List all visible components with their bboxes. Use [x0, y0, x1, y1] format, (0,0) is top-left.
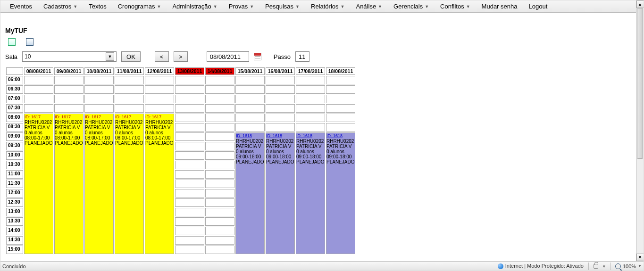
event-id-link[interactable]: ID: 1618 — [296, 133, 312, 138]
empty-slot[interactable] — [115, 104, 144, 113]
next-button[interactable]: > — [174, 51, 188, 62]
word-icon[interactable] — [26, 38, 33, 46]
menu-administração[interactable]: Administração ▼ — [167, 1, 222, 11]
event-block[interactable]: ID: 1617RHRHU0202PATRICIA V0 alunos08:00… — [115, 114, 144, 254]
empty-slot[interactable] — [175, 161, 204, 169]
event-id-link[interactable]: ID: 1617 — [145, 115, 161, 119]
event-block[interactable]: ID: 1618RHRHU0202PATRICIA V0 alunos09:00… — [326, 132, 355, 254]
empty-slot[interactable] — [175, 180, 204, 188]
empty-slot[interactable] — [266, 95, 295, 103]
date-header[interactable]: 15/08/2011 — [235, 67, 265, 75]
menu-análise[interactable]: Análise ▼ — [351, 1, 387, 11]
date-header[interactable]: 11/08/2011 — [115, 67, 144, 75]
event-id-link[interactable]: ID: 1618 — [326, 133, 343, 138]
empty-slot[interactable] — [175, 170, 204, 179]
empty-slot[interactable] — [266, 123, 295, 131]
empty-slot[interactable] — [326, 104, 355, 113]
empty-slot[interactable] — [205, 132, 234, 141]
empty-slot[interactable] — [235, 76, 265, 84]
empty-slot[interactable] — [205, 198, 234, 207]
empty-slot[interactable] — [296, 85, 325, 94]
empty-slot[interactable] — [296, 76, 325, 84]
empty-slot[interactable] — [175, 123, 204, 131]
empty-slot[interactable] — [205, 114, 234, 122]
empty-slot[interactable] — [326, 76, 355, 84]
menu-mudar-senha[interactable]: Mudar senha — [477, 1, 522, 11]
vertical-scrollbar[interactable]: ▲ ▼ — [636, 0, 644, 261]
empty-slot[interactable] — [326, 123, 355, 131]
empty-slot[interactable] — [145, 95, 174, 103]
empty-slot[interactable] — [175, 85, 204, 94]
empty-slot[interactable] — [205, 189, 234, 197]
empty-slot[interactable] — [205, 217, 234, 226]
empty-slot[interactable] — [205, 246, 234, 254]
empty-slot[interactable] — [296, 114, 325, 122]
date-header[interactable]: 18/08/2011 — [326, 67, 355, 75]
scroll-thumb[interactable] — [637, 8, 643, 159]
empty-slot[interactable] — [54, 104, 84, 113]
empty-slot[interactable] — [235, 104, 265, 113]
empty-slot[interactable] — [235, 85, 265, 94]
event-id-link[interactable]: ID: 1618 — [266, 133, 282, 138]
date-header[interactable]: 17/08/2011 — [296, 67, 325, 75]
empty-slot[interactable] — [145, 104, 174, 113]
empty-slot[interactable] — [205, 236, 234, 245]
passo-input[interactable]: 11 — [295, 51, 309, 62]
empty-slot[interactable] — [205, 123, 234, 131]
empty-slot[interactable] — [175, 246, 204, 254]
empty-slot[interactable] — [24, 76, 53, 84]
menu-conflitos[interactable]: Conflitos ▼ — [435, 1, 475, 11]
empty-slot[interactable] — [175, 198, 204, 207]
ok-button[interactable]: OK — [121, 51, 141, 62]
empty-slot[interactable] — [84, 95, 114, 103]
date-header[interactable]: 09/08/2011 — [54, 67, 84, 75]
menu-relatórios[interactable]: Relatórios ▼ — [306, 1, 349, 11]
excel-icon[interactable] — [8, 38, 16, 46]
empty-slot[interactable] — [205, 151, 234, 160]
empty-slot[interactable] — [205, 95, 234, 103]
event-id-link[interactable]: ID: 1617 — [55, 115, 71, 119]
empty-slot[interactable] — [54, 85, 84, 94]
empty-slot[interactable] — [296, 104, 325, 113]
scroll-up-icon[interactable]: ▲ — [636, 0, 644, 8]
menu-provas[interactable]: Provas ▼ — [224, 1, 259, 11]
date-header[interactable]: 14/08/2011 — [205, 67, 234, 75]
menu-cadastros[interactable]: Cadastros ▼ — [39, 1, 82, 11]
event-id-link[interactable]: ID: 1618 — [236, 133, 252, 138]
event-block[interactable]: ID: 1617RHRHU0202PATRICIA V0 alunos08:00… — [145, 114, 174, 254]
empty-slot[interactable] — [266, 85, 295, 94]
empty-slot[interactable] — [54, 95, 84, 103]
event-id-link[interactable]: ID: 1617 — [115, 115, 131, 119]
chevron-down-icon[interactable]: ▼ — [638, 264, 642, 268]
empty-slot[interactable] — [175, 76, 204, 84]
empty-slot[interactable] — [175, 189, 204, 197]
empty-slot[interactable] — [266, 114, 295, 122]
empty-slot[interactable] — [266, 104, 295, 113]
empty-slot[interactable] — [175, 95, 204, 103]
empty-slot[interactable] — [24, 85, 53, 94]
empty-slot[interactable] — [326, 85, 355, 94]
event-block[interactable]: ID: 1617RHRHU0202PATRICIA V0 alunos08:00… — [84, 114, 114, 254]
menu-gerenciais[interactable]: Gerenciais ▼ — [389, 1, 434, 11]
empty-slot[interactable] — [175, 132, 204, 141]
empty-slot[interactable] — [296, 95, 325, 103]
date-header[interactable]: 16/08/2011 — [266, 67, 295, 75]
empty-slot[interactable] — [115, 76, 144, 84]
scroll-down-icon[interactable]: ▼ — [636, 254, 644, 261]
empty-slot[interactable] — [205, 170, 234, 179]
empty-slot[interactable] — [24, 104, 53, 113]
empty-slot[interactable] — [175, 236, 204, 245]
empty-slot[interactable] — [205, 208, 234, 216]
date-header[interactable]: 08/08/2011 — [24, 67, 53, 75]
empty-slot[interactable] — [115, 95, 144, 103]
event-block[interactable]: ID: 1618RHRHU0202PATRICIA V0 alunos09:00… — [266, 132, 295, 254]
date-input[interactable]: 08/08/2011 — [207, 51, 249, 62]
empty-slot[interactable] — [145, 85, 174, 94]
empty-slot[interactable] — [84, 104, 114, 113]
event-block[interactable]: ID: 1618RHRHU0202PATRICIA V0 alunos09:00… — [296, 132, 325, 254]
empty-slot[interactable] — [54, 76, 84, 84]
event-block[interactable]: ID: 1617RHRHU0202PATRICIA V0 alunos08:00… — [54, 114, 84, 254]
calendar-icon[interactable] — [254, 53, 261, 60]
empty-slot[interactable] — [235, 123, 265, 131]
menu-cronogramas[interactable]: Cronogramas ▼ — [113, 1, 166, 11]
